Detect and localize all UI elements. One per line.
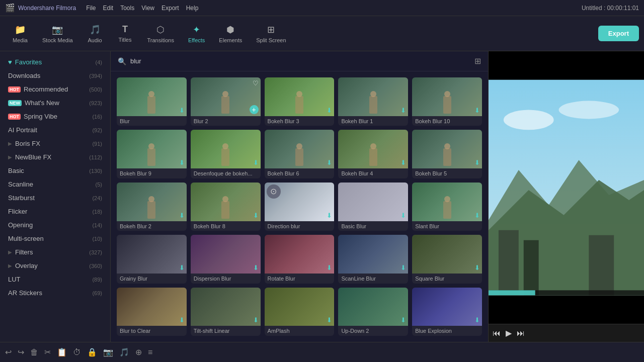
toolbar-media[interactable]: 📁 Media [5,21,35,46]
sidebar-item-scanline[interactable]: Scanline (5) [0,177,110,191]
undo-button[interactable]: ↩ [5,347,12,357]
effect-item-bokeh-blur-4[interactable]: ⬇Bokeh Blur 4 [338,130,408,178]
download-icon-amaplash[interactable]: ⬇ [327,316,332,324]
download-icon-desenfoque[interactable]: ⬇ [253,159,259,166]
sidebar-item-ai-portrait[interactable]: AI Portrait (92) [0,123,110,137]
effect-item-bokeh-blur-8[interactable]: ⬇Bokeh Blur 8 [191,183,261,231]
effect-item-bokeh-blur-6[interactable]: ⬇Bokeh Blur 6 [265,130,335,178]
toolbar-stock-media[interactable]: 📷 Stock Media [35,21,80,46]
sidebar-item-starburst[interactable]: Starburst (24) [0,191,110,205]
download-icon-bokeh-blur-8[interactable]: ⬇ [253,212,259,219]
download-icon-bokeh-blur-2[interactable]: ⬇ [179,212,185,219]
effect-item-blur-2[interactable]: ♡+Blur 2 [191,77,261,126]
export-button[interactable]: Export [598,26,639,41]
add-effect-icon-blur-2[interactable]: + [250,105,259,114]
download-icon-slant-blur[interactable]: ⬇ [474,212,480,219]
download-icon-up-down-2[interactable]: ⬇ [400,316,406,324]
menu-edit[interactable]: Edit [103,5,114,12]
toolbar-titles[interactable]: T Titles [110,21,140,46]
sidebar-item-downloads[interactable]: Downloads (394) [0,69,110,82]
sidebar-item-lut[interactable]: LUT (89) [0,273,110,286]
menu-file[interactable]: File [86,5,96,12]
download-icon-bokeh-blur-5[interactable]: ⬇ [474,159,480,166]
effect-item-bokeh-blur-10[interactable]: ⬇Bokeh Blur 10 [412,77,482,126]
effect-item-basic-blur[interactable]: ⬇Basic Blur [338,183,408,231]
copy-button[interactable]: 📋 [57,347,67,357]
effect-item-blur-to-clear[interactable]: ⬇Blur to Clear [117,288,187,336]
play-button[interactable]: ▶ [506,328,512,338]
search-input[interactable] [130,57,470,65]
toolbar-split-screen[interactable]: ⊞ Split Screen [249,21,293,46]
toolbar-effects[interactable]: ✦ Effects [181,21,212,46]
effect-item-desenfoque[interactable]: ⬇Desenfoque de bokeh... [191,130,261,178]
effect-item-bokeh-blur-2[interactable]: ⬇Bokeh Blur 2 [117,183,187,231]
zoom-button[interactable]: ⊕ [135,347,142,357]
rewind-button[interactable]: ⏮ [493,329,501,338]
cut-button[interactable]: ✂ [44,347,51,357]
delete-button[interactable]: 🗑 [30,348,38,357]
menu-export[interactable]: Export [162,5,179,12]
toolbar-transitions[interactable]: ⬡ Transitions [140,21,181,46]
sidebar-item-spring-vibe[interactable]: HOT Spring Vibe (16) [0,110,110,123]
sidebar-item-whats-new[interactable]: NEW What's New (923) [0,96,110,110]
timer-button[interactable]: ⏱ [73,348,81,357]
effect-item-slant-blur[interactable]: ⬇Slant Blur [412,183,482,231]
download-icon-bokeh-blur-3[interactable]: ⬇ [327,107,332,114]
sidebar-item-recommended[interactable]: HOT Recommended (500) [0,82,110,96]
download-icon-rotate-blur[interactable]: ⬇ [327,264,332,272]
effect-item-tiltshift-linear[interactable]: ⬇Tilt-shift Linear [191,288,261,336]
effect-item-blur[interactable]: ⬇Blur [117,77,187,126]
download-icon-grainy-blur[interactable]: ⬇ [179,264,185,272]
menu-help[interactable]: Help [186,5,199,12]
download-icon-blue-explosion[interactable]: ⬇ [474,316,480,324]
download-icon-basic-blur[interactable]: ⬇ [400,212,406,219]
download-icon-dispersion-blur[interactable]: ⬇ [253,264,259,272]
download-icon-bokeh-blur-4[interactable]: ⬇ [400,159,406,166]
sidebar-item-overlay[interactable]: ▶ Overlay (360) [0,259,110,273]
menu-tools[interactable]: Tools [120,5,134,12]
sidebar-item-flicker[interactable]: Flicker (18) [0,205,110,218]
effect-item-direction-blur[interactable]: ⬇⊙Direction blur [265,183,335,231]
effect-item-rotate-blur[interactable]: ⬇Rotate Blur [265,235,335,283]
effect-item-scanline-blur[interactable]: ⬇ScanLine Blur [338,235,408,283]
effect-item-square-blur[interactable]: ⬇Square Blur [412,235,482,283]
settings-button[interactable]: ≡ [148,348,152,357]
effect-item-grainy-blur[interactable]: ⬇Grainy Blur [117,235,187,283]
download-icon-bokeh-blur-1[interactable]: ⬇ [400,107,406,114]
sidebar-item-favorites[interactable]: ♥ Favorites (4) [0,55,110,69]
download-icon-blur[interactable]: ⬇ [179,107,185,114]
lock-button[interactable]: 🔒 [87,347,97,357]
sidebar-item-newblue-fx[interactable]: ▶ NewBlue FX (112) [0,150,110,164]
detach-audio-button[interactable]: 🎵 [119,347,129,357]
download-icon-bokeh-blur-9[interactable]: ⬇ [179,159,185,166]
sidebar-item-basic[interactable]: Basic (130) [0,164,110,177]
menu-view[interactable]: View [141,5,154,12]
effect-item-up-down-2[interactable]: ⬇Up-Down 2 [338,288,408,336]
sidebar-item-boris-fx[interactable]: ▶ Boris FX (91) [0,137,110,150]
download-icon-bokeh-blur-10[interactable]: ⬇ [474,107,480,114]
effect-item-bokeh-blur-9[interactable]: ⬇Bokeh Blur 9 [117,130,187,178]
toolbar-audio[interactable]: 🎵 Audio [80,21,110,46]
effect-item-amaplash[interactable]: ⬇AmPlash [265,288,335,336]
effect-item-bokeh-blur-1[interactable]: ⬇Bokeh Blur 1 [338,77,408,126]
toolbar-elements[interactable]: ⬢ Elements [212,21,249,46]
sidebar-item-ar-stickers[interactable]: AR Stickers (69) [0,286,110,300]
grid-toggle-button[interactable]: ⊞ [474,56,481,66]
snapshot-button[interactable]: 📷 [103,347,113,357]
favorite-icon-blur-2[interactable]: ♡ [253,79,259,87]
sidebar-item-filters[interactable]: ▶ Filters (327) [0,245,110,259]
redo-button[interactable]: ↪ [18,347,24,357]
download-icon-square-blur[interactable]: ⬇ [474,264,480,272]
download-icon-bokeh-blur-6[interactable]: ⬇ [327,159,332,166]
download-icon-scanline-blur[interactable]: ⬇ [400,264,406,272]
effect-item-blue-explosion[interactable]: ⬇Blue Explosion [412,288,482,336]
fast-forward-button[interactable]: ⏭ [517,329,525,338]
effect-item-dispersion-blur[interactable]: ⬇Dispersion Blur [191,235,261,283]
effect-item-bokeh-blur-3[interactable]: ⬇Bokeh Blur 3 [265,77,335,126]
sidebar-item-multi-screen[interactable]: Multi-screen (10) [0,232,110,245]
download-icon-tiltshift-linear[interactable]: ⬇ [253,316,259,324]
sidebar-item-opening[interactable]: Opening (14) [0,218,110,232]
download-icon-direction-blur[interactable]: ⬇ [327,212,332,219]
download-icon-blur-to-clear[interactable]: ⬇ [179,316,185,324]
effect-item-bokeh-blur-5[interactable]: ⬇Bokeh Blur 5 [412,130,482,178]
